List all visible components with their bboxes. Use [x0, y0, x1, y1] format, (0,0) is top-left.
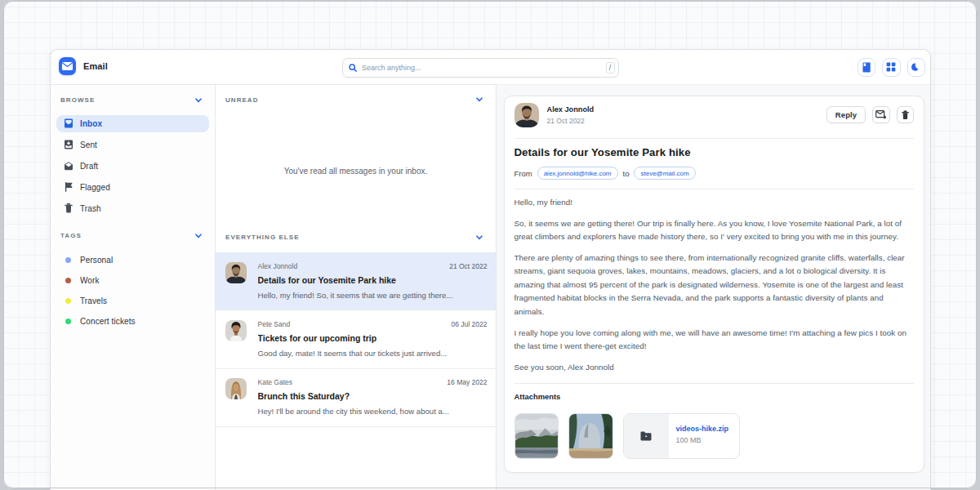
sidebar-item-label: Inbox	[80, 119, 102, 128]
mail-item-body: Kate Gates 16 May 2022 Brunch this Satur…	[258, 369, 488, 417]
from-label: From	[514, 169, 532, 178]
sidebar-item-trash[interactable]: Trash	[56, 200, 209, 218]
sent-icon	[63, 140, 74, 150]
search-icon	[349, 64, 357, 72]
brand: Email	[59, 57, 108, 75]
tag-dot	[65, 298, 71, 304]
flag-icon	[63, 182, 74, 193]
to-email-chip[interactable]: steve@mail.com	[634, 167, 695, 180]
subject-block: Details for our Yosemite Park hike From …	[514, 139, 915, 189]
sidebar-item-inbox[interactable]: Inbox	[56, 115, 209, 133]
chevron-down-icon	[476, 97, 483, 102]
sidebar-item-flagged[interactable]: Flagged	[56, 179, 209, 197]
forward-mail-icon	[875, 110, 886, 119]
header-actions	[858, 58, 926, 77]
mail-item-date: 16 May 2022	[447, 378, 487, 387]
attachments-row: videos-hike.zip 100 MB	[514, 413, 915, 459]
mail-body: Hello, my friend! So, it seems we are ge…	[514, 189, 915, 383]
everything-else-label: Everything else	[225, 234, 300, 242]
app-title: Email	[83, 61, 108, 71]
delete-button[interactable]	[897, 106, 915, 123]
mail-subject: Details for our Yosemite Park hike	[514, 146, 915, 158]
reply-button[interactable]: Reply	[826, 106, 866, 123]
mail-item-snippet: Hey! I'll be around the city this weeken…	[258, 407, 488, 417]
apps-grid-icon	[886, 62, 896, 72]
mail-list-item[interactable]: Kate Gates 16 May 2022 Brunch this Satur…	[216, 369, 496, 427]
unread-empty-state: You've read all messages in your inbox.	[216, 112, 496, 230]
trash-icon	[63, 203, 74, 214]
attachment-photo-yosemite-valley[interactable]	[514, 413, 559, 459]
sidebar-tag-personal[interactable]: Personal	[56, 250, 209, 270]
mail-item-snippet: Good day, mate! It seems that our ticket…	[258, 349, 488, 359]
sidebar-tag-label: Concert tickets	[80, 317, 136, 326]
sidebar-item-draft[interactable]: Draft	[56, 158, 209, 176]
dark-mode-button[interactable]	[907, 58, 926, 77]
file-meta: videos-hike.zip 100 MB	[669, 414, 729, 458]
mail-body-paragraph: See you soon, Alex Jonnold	[514, 361, 915, 374]
mail-item-snippet: Hello, my friend! So, it seems that we a…	[258, 291, 488, 301]
unread-section-header[interactable]: Unread	[216, 85, 496, 113]
inbox-icon	[63, 118, 74, 129]
avatar	[225, 262, 247, 283]
search-shortcut-key: /	[606, 62, 615, 74]
book-button[interactable]	[858, 58, 876, 77]
sidebar-tag-label: Travels	[80, 296, 107, 305]
sidebar-item-label: Sent	[80, 140, 97, 149]
tag-dot	[65, 278, 71, 283]
attachments-title: Attachments	[514, 392, 915, 401]
avatar	[225, 378, 247, 399]
mail-body-paragraph: There are plenty of amazing things to se…	[514, 252, 915, 318]
attachment-photo-half-dome[interactable]	[568, 413, 613, 459]
mail-detail-pane: Alex Jonnold 21 Oct 2022 Reply	[497, 85, 931, 490]
browse-label: Browse	[60, 96, 95, 104]
attachment-file-card[interactable]: videos-hike.zip 100 MB	[623, 413, 740, 459]
from-to-row: From alex.jonnold@hike.com to steve@mail…	[514, 167, 915, 180]
sidebar-item-label: Trash	[80, 204, 101, 213]
mail-body-paragraph: Hello, my friend!	[514, 196, 915, 209]
avatar	[514, 103, 539, 127]
sidebar: Browse Inbox Sent	[51, 85, 216, 490]
draft-icon	[63, 161, 74, 172]
sidebar-item-label: Draft	[80, 162, 98, 171]
mail-item-title: Details for our Yosemite Park hike	[258, 275, 488, 286]
file-icon-box	[624, 414, 669, 458]
moon-icon	[911, 62, 921, 73]
sidebar-tag-label: Work	[80, 276, 100, 285]
mail-detail-card: Alex Jonnold 21 Oct 2022 Reply	[504, 96, 924, 474]
mail-item-title: Tickets for our upcoming trip	[258, 333, 488, 344]
mail-item-body: Alex Jonnold 21 Oct 2022 Details for our…	[258, 252, 488, 301]
mail-list-item[interactable]: Alex Jonnold 21 Oct 2022 Details for our…	[216, 252, 496, 310]
sidebar-item-sent[interactable]: Sent	[56, 136, 209, 154]
unread-empty-message: You've read all messages in your inbox.	[284, 167, 428, 176]
forward-button[interactable]	[872, 106, 890, 123]
attachment-file-size: 100 MB	[676, 436, 729, 444]
mail-list-item[interactable]: Pete Sand 06 Jul 2022 Tickets for our up…	[216, 310, 496, 368]
tag-dot	[65, 318, 71, 324]
sidebar-item-label: Flagged	[80, 183, 110, 192]
tag-dot	[65, 257, 71, 263]
search-bar[interactable]: /	[342, 58, 619, 78]
sidebar-tag-work[interactable]: Work	[56, 270, 209, 291]
app-header: Email /	[51, 50, 931, 85]
trash-icon	[901, 110, 910, 120]
mail-item-sender: Alex Jonnold	[258, 262, 298, 271]
sidebar-section-browse-header[interactable]: Browse	[56, 94, 209, 107]
book-icon	[862, 62, 871, 73]
sidebar-section-tags-header[interactable]: Tags	[56, 229, 209, 243]
mail-item-date: 06 Jul 2022	[452, 320, 488, 329]
mail-list-column: Unread You've read all messages in your …	[216, 85, 497, 490]
everything-else-section-header[interactable]: Everything else	[216, 230, 496, 252]
search-input[interactable]	[362, 64, 601, 72]
mail-item-sender: Pete Sand	[258, 320, 291, 329]
folder-icon	[640, 431, 652, 441]
attachments-section: Attachments	[514, 383, 915, 460]
sidebar-tag-label: Personal	[80, 256, 113, 265]
from-email-chip[interactable]: alex.jonnold@hike.com	[537, 167, 618, 180]
apps-button[interactable]	[882, 58, 901, 77]
mail-actions: Reply	[826, 106, 914, 123]
sidebar-tag-concert-tickets[interactable]: Concert tickets	[56, 311, 209, 332]
unread-label: Unread	[225, 96, 259, 105]
tags-label: Tags	[60, 232, 82, 239]
sidebar-tag-travels[interactable]: Travels	[56, 291, 209, 311]
mail-detail-header: Alex Jonnold 21 Oct 2022 Reply	[514, 96, 915, 139]
